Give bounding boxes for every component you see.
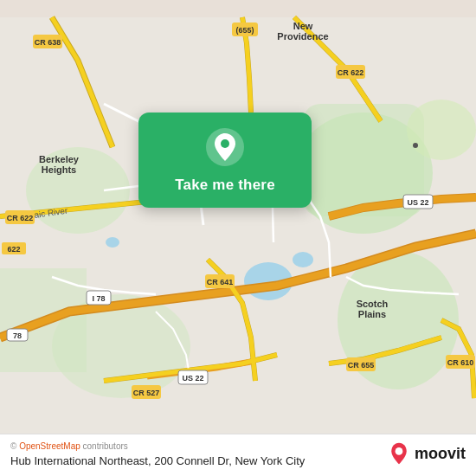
map-container: Berkeley Heights Scotch Plains New Provi…: [0, 0, 476, 476]
svg-text:(655): (655): [235, 26, 254, 35]
svg-text:Scotch: Scotch: [357, 299, 389, 309]
svg-text:Providence: Providence: [277, 31, 328, 42]
svg-text:New: New: [293, 21, 313, 31]
svg-text:US 22: US 22: [182, 374, 203, 383]
svg-text:622: 622: [7, 245, 20, 254]
svg-text:78: 78: [13, 331, 22, 340]
moovit-icon: [387, 441, 411, 466]
svg-text:CR 622: CR 622: [338, 68, 364, 77]
moovit-brand-text: moovit: [415, 445, 466, 463]
take-me-there-button[interactable]: Take me there: [175, 177, 275, 194]
take-me-there-card[interactable]: Take me there: [138, 113, 312, 208]
svg-text:Berkeley: Berkeley: [39, 154, 80, 164]
moovit-logo: moovit: [387, 441, 466, 466]
svg-text:Heights: Heights: [42, 164, 76, 175]
bottom-bar: © OpenStreetMap contributors Hub Interna…: [0, 434, 476, 476]
svg-text:Plains: Plains: [358, 309, 386, 319]
svg-text:CR 527: CR 527: [133, 389, 160, 397]
svg-text:CR 610: CR 610: [447, 358, 474, 367]
svg-text:US 22: US 22: [407, 198, 428, 207]
svg-text:CR 638: CR 638: [35, 38, 61, 47]
location-pin-icon: [206, 128, 244, 166]
svg-rect-0: [0, 17, 476, 459]
svg-point-9: [293, 252, 313, 267]
svg-text:I 78: I 78: [92, 294, 105, 303]
svg-text:CR 641: CR 641: [207, 278, 234, 286]
svg-point-47: [396, 447, 403, 455]
svg-text:CR 622: CR 622: [7, 214, 34, 222]
osm-link[interactable]: OpenStreetMap: [19, 441, 80, 451]
svg-text:CR 655: CR 655: [348, 361, 375, 370]
svg-point-46: [221, 139, 229, 148]
svg-point-44: [413, 143, 418, 148]
svg-point-10: [106, 237, 119, 248]
svg-point-7: [407, 100, 476, 160]
